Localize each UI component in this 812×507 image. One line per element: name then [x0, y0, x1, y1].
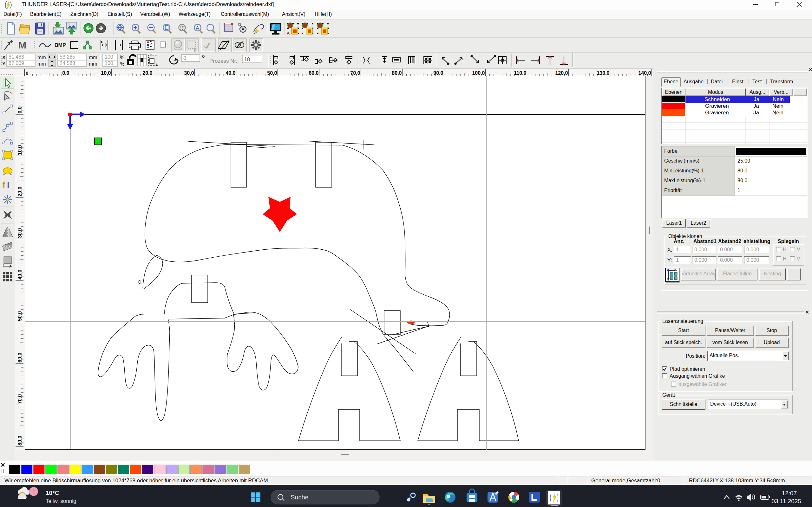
- svg-text:03.11.2025: 03.11.2025: [771, 498, 801, 504]
- svg-text:Teilw. sonnig: Teilw. sonnig: [46, 498, 76, 504]
- svg-text:12:07: 12:07: [781, 490, 797, 497]
- svg-text:Suche: Suche: [291, 494, 309, 501]
- svg-text:1: 1: [32, 489, 35, 495]
- svg-text:10°C: 10°C: [46, 490, 59, 496]
